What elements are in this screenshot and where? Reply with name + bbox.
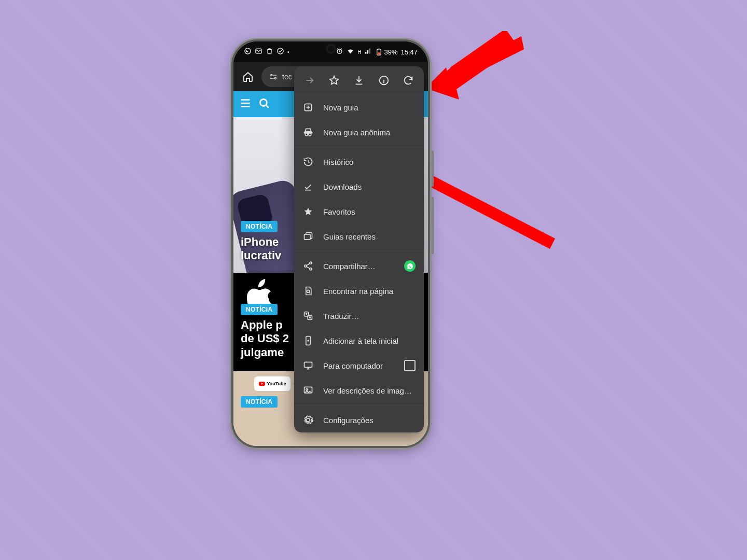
svg-point-8 bbox=[245, 48, 251, 54]
menu-separator bbox=[294, 251, 424, 251]
add-to-home-icon bbox=[302, 335, 314, 346]
menu-item-share[interactable]: Compartilhar… bbox=[294, 254, 424, 278]
chrome-overflow-menu: Nova guia Nova guia anônima Histórico Do… bbox=[294, 66, 424, 432]
menu-item-label: Ver descrições de image… bbox=[323, 386, 416, 395]
star-fill-icon bbox=[302, 206, 314, 217]
illustration-background: • H 39% 15:47 bbox=[0, 0, 747, 560]
article-headline: Apple pde US$ 2julgame bbox=[241, 318, 289, 359]
desktop-site-checkbox[interactable] bbox=[404, 360, 416, 371]
recent-tabs-icon bbox=[302, 231, 314, 242]
page-info-button[interactable] bbox=[374, 71, 394, 90]
svg-point-15 bbox=[271, 75, 272, 76]
reload-button[interactable] bbox=[398, 71, 418, 90]
menu-item-image-descriptions[interactable]: Ver descrições de image… bbox=[294, 378, 424, 403]
menu-item-label: Compartilhar… bbox=[323, 262, 395, 271]
menu-separator bbox=[294, 405, 424, 405]
menu-item-label: Histórico bbox=[323, 158, 416, 166]
menu-item-translate[interactable]: Traduzir… bbox=[294, 303, 424, 328]
android-status-bar: • H 39% 15:47 bbox=[233, 41, 428, 62]
download-done-icon bbox=[302, 181, 314, 192]
image-descriptions-icon bbox=[302, 385, 314, 396]
address-bar-text: tec bbox=[282, 73, 292, 81]
alarm-status-icon bbox=[336, 47, 343, 57]
phone-frame: • H 39% 15:47 bbox=[233, 41, 428, 446]
menu-item-label: Favoritos bbox=[323, 207, 416, 216]
phone-screen: • H 39% 15:47 bbox=[233, 41, 428, 446]
shopping-status-icon bbox=[266, 47, 273, 57]
translate-icon bbox=[302, 311, 314, 321]
battery-pct: 39% bbox=[384, 48, 397, 56]
menu-item-add-to-home[interactable]: Adicionar à tela inicial bbox=[294, 328, 424, 353]
incognito-icon bbox=[302, 127, 314, 137]
svg-point-25 bbox=[307, 290, 310, 292]
svg-point-16 bbox=[274, 78, 276, 79]
find-in-page-icon bbox=[302, 286, 314, 296]
menu-item-downloads[interactable]: Downloads bbox=[294, 174, 424, 199]
check-status-icon bbox=[276, 47, 284, 57]
download-button[interactable] bbox=[349, 71, 369, 90]
category-badge: NOTÍCIA bbox=[241, 396, 278, 408]
hamburger-icon[interactable] bbox=[239, 96, 252, 112]
menu-item-settings[interactable]: Configurações bbox=[294, 408, 424, 432]
svg-rect-29 bbox=[305, 362, 312, 367]
bookmark-star-button[interactable] bbox=[324, 71, 344, 90]
menu-item-label: Guias recentes bbox=[323, 232, 416, 241]
history-icon bbox=[302, 157, 314, 167]
menu-item-bookmarks[interactable]: Favoritos bbox=[294, 199, 424, 224]
menu-item-desktop-site[interactable]: Para computador bbox=[294, 353, 424, 378]
menu-item-label: Nova guia anônima bbox=[323, 128, 416, 137]
whatsapp-status-icon bbox=[244, 47, 252, 57]
category-badge: NOTÍCIA bbox=[241, 221, 278, 232]
home-button[interactable] bbox=[239, 67, 257, 86]
plus-box-icon bbox=[302, 102, 314, 113]
svg-rect-21 bbox=[305, 234, 311, 240]
svg-point-10 bbox=[278, 48, 283, 54]
share-icon bbox=[302, 261, 314, 271]
desktop-icon bbox=[302, 360, 314, 371]
clock: 15:47 bbox=[400, 48, 418, 56]
phone-side-button bbox=[432, 150, 434, 187]
signal-status-icon bbox=[364, 47, 372, 57]
mail-status-icon bbox=[255, 47, 262, 57]
forward-button[interactable] bbox=[300, 71, 320, 90]
phone-side-button-2 bbox=[432, 197, 434, 254]
svg-rect-13 bbox=[378, 52, 380, 54]
menu-item-recent-tabs[interactable]: Guias recentes bbox=[294, 224, 424, 249]
menu-item-new-tab[interactable]: Nova guia bbox=[294, 95, 424, 120]
menu-item-label: Adicionar à tela inicial bbox=[323, 337, 416, 345]
menu-item-label: Configurações bbox=[323, 416, 416, 425]
battery-status: 39% bbox=[375, 48, 397, 56]
menu-separator bbox=[294, 147, 424, 147]
menu-item-label: Downloads bbox=[323, 183, 416, 191]
whatsapp-share-icon bbox=[404, 260, 416, 272]
category-badge: NOTÍCIA bbox=[241, 304, 278, 315]
menu-action-row bbox=[294, 66, 424, 95]
svg-point-17 bbox=[260, 99, 267, 106]
youtube-label: YouTube bbox=[267, 381, 286, 386]
menu-item-incognito-tab[interactable]: Nova guia anônima bbox=[294, 120, 424, 145]
menu-item-history[interactable]: Histórico bbox=[294, 149, 424, 174]
menu-item-find-in-page[interactable]: Encontrar na página bbox=[294, 278, 424, 303]
menu-item-label: Encontrar na página bbox=[323, 287, 416, 296]
menu-item-label: Para computador bbox=[323, 361, 395, 370]
article-headline: iPhonelucrativ bbox=[241, 235, 281, 263]
site-settings-icon bbox=[269, 72, 278, 81]
youtube-pill: YouTube bbox=[254, 376, 290, 391]
menu-item-label: Traduzir… bbox=[323, 312, 416, 320]
search-icon[interactable] bbox=[257, 96, 271, 112]
svg-point-31 bbox=[306, 389, 308, 390]
menu-item-label: Nova guia bbox=[323, 103, 416, 112]
svg-rect-14 bbox=[379, 48, 380, 49]
network-type: H bbox=[357, 49, 361, 55]
gear-icon bbox=[302, 415, 314, 425]
wifi-status-icon bbox=[347, 47, 354, 57]
